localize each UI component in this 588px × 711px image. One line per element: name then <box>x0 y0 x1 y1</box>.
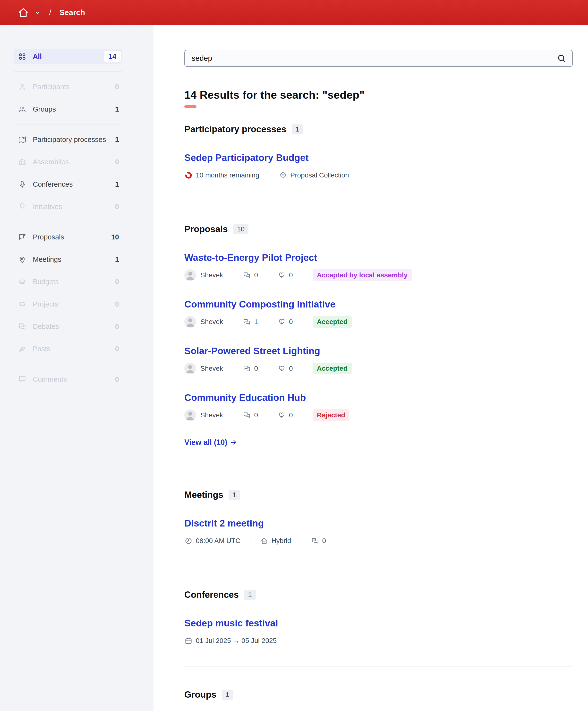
page-title: Search <box>60 8 85 17</box>
meta-divider <box>302 363 303 374</box>
sidebar-item-label: Proposals <box>33 233 105 241</box>
sidebar-item-meetings[interactable]: Meetings 1 <box>14 252 122 267</box>
meeting-time: 08:00 AM UTC <box>196 537 241 545</box>
sidebar-item-assemblies[interactable]: Assemblies 0 <box>14 154 122 169</box>
conference-meta: 01 Jul 2025 → 05 Jul 2025 <box>184 635 573 647</box>
conference-dates: 01 Jul 2025 → 05 Jul 2025 <box>196 637 277 645</box>
avatar <box>184 269 196 281</box>
search-icon[interactable] <box>557 53 566 63</box>
status-badge: Accepted <box>313 316 352 328</box>
sidebar-item-initiatives[interactable]: Initiatives 0 <box>14 199 122 214</box>
clock-icon <box>184 537 193 545</box>
search-results-main: 14 Results for the search: "sedep" Parti… <box>154 50 588 711</box>
process-link[interactable]: Sedep Participatory Budget <box>184 152 309 163</box>
time-remaining-icon <box>184 171 193 179</box>
sidebar-item-projects[interactable]: Projects 0 <box>14 297 122 311</box>
comments-icon <box>311 537 319 545</box>
sidebar-item-count: 1 <box>115 136 119 144</box>
sidebar-item-all[interactable]: All 14 <box>14 49 122 64</box>
sidebar-item-count: 1 <box>115 105 119 113</box>
top-navigation-bar: / Search <box>0 0 588 25</box>
sidebar-item-count: 1 <box>115 256 119 263</box>
breadcrumb-separator: / <box>49 8 51 17</box>
conference-link[interactable]: Sedep music festival <box>184 618 278 629</box>
sidebar-item-participatory-processes[interactable]: Participatory processes 1 <box>14 132 122 147</box>
section-title: Conferences <box>184 590 239 600</box>
author-name: Shevek <box>200 271 223 279</box>
sidebar-item-count: 1 <box>115 180 119 188</box>
microphone-icon <box>18 180 26 189</box>
section-conferences: Conferences 1 <box>184 590 573 600</box>
section-participatory-processes: Participatory processes 1 <box>184 124 573 134</box>
search-filters-sidebar: All 14 Participants 0 Groups 1 Particip <box>0 25 154 711</box>
section-title: Participatory processes <box>184 124 286 134</box>
meeting-link[interactable]: Disctrit 2 meeting <box>184 518 264 529</box>
sidebar-item-count: 14 <box>104 51 121 62</box>
sidebar-item-count: 0 <box>115 300 119 308</box>
sidebar-item-debates[interactable]: Debates 0 <box>14 319 122 334</box>
sidebar-item-label: Initiatives <box>33 203 109 211</box>
sidebar-divider <box>14 124 122 125</box>
coin-icon <box>18 300 26 308</box>
sidebar-item-comments[interactable]: Comments 0 <box>14 372 122 387</box>
comments-icon <box>243 318 251 326</box>
status-badge: Accepted by local assembly <box>313 269 412 281</box>
comments-count: 0 <box>254 365 258 372</box>
process-meta: 10 months remaining Proposal Collection <box>184 169 573 181</box>
bank-icon <box>18 158 26 166</box>
sidebar-divider <box>14 71 122 72</box>
process-step-label: Proposal Collection <box>290 171 349 179</box>
section-title: Groups <box>184 690 217 700</box>
time-remaining-label: 10 months remaining <box>196 171 259 179</box>
arrow-right-icon <box>230 439 237 446</box>
comments-icon <box>243 411 251 419</box>
comments-count: 0 <box>254 411 258 419</box>
author-name: Shevek <box>200 365 223 372</box>
sidebar-item-label: Meetings <box>33 256 109 263</box>
proposal-link[interactable]: Community Education Hub <box>184 392 306 403</box>
section-count-badge: 1 <box>244 590 256 600</box>
sidebar-item-conferences[interactable]: Conferences 1 <box>14 177 122 192</box>
proposal-meta: Shevek 0 0 Accepted by local assembly <box>184 269 573 281</box>
comments-icon <box>243 271 251 279</box>
meta-divider <box>268 316 268 327</box>
sidebar-item-label: Projects <box>33 300 109 308</box>
endorsements-icon <box>278 271 286 279</box>
sidebar-item-count: 0 <box>115 278 119 286</box>
sidebar-item-proposals[interactable]: Proposals 10 <box>14 230 122 244</box>
comments-icon <box>243 364 251 373</box>
meta-divider <box>302 270 303 281</box>
sidebar-item-budgets[interactable]: Budgets 0 <box>14 274 122 289</box>
user-icon <box>18 83 26 91</box>
section-title: Meetings <box>184 490 223 500</box>
home-icon[interactable] <box>18 7 29 19</box>
hybrid-icon <box>260 537 268 545</box>
proposal-meta: Shevek 0 0 Rejected <box>184 409 573 421</box>
proposal-link[interactable]: Solar-Powered Street Lighting <box>184 346 320 357</box>
apps-grid-icon <box>18 52 26 61</box>
sidebar-item-label: Assemblies <box>33 158 109 166</box>
sidebar-item-count: 0 <box>115 323 119 330</box>
sidebar-item-count: 0 <box>115 345 119 353</box>
proposal-meta: Shevek 1 0 Accepted <box>184 316 573 328</box>
sidebar-item-posts[interactable]: Posts 0 <box>14 341 122 357</box>
proposal-link[interactable]: Community Composting Initiative <box>184 299 335 310</box>
meeting-meta: 08:00 AM UTC Hybrid 0 <box>184 535 573 547</box>
comments-count: 0 <box>322 537 326 545</box>
map-icon <box>18 135 26 144</box>
sidebar-item-label: Comments <box>33 375 109 383</box>
sidebar-item-label: Debates <box>33 323 109 330</box>
sidebar-item-groups[interactable]: Groups 1 <box>14 102 122 117</box>
status-badge: Rejected <box>313 409 350 421</box>
sidebar-item-count: 0 <box>115 203 119 211</box>
search-input[interactable] <box>191 54 557 63</box>
map-pin-icon <box>18 255 26 264</box>
chat-plus-icon <box>18 233 26 241</box>
endorsements-count: 0 <box>289 411 293 419</box>
chevron-down-icon[interactable] <box>35 9 41 16</box>
proposal-link[interactable]: Waste-to-Energy Pilot Project <box>184 252 317 263</box>
meta-divider <box>302 410 303 421</box>
chat-double-icon <box>18 322 26 331</box>
view-all-proposals-link[interactable]: View all (10) <box>184 438 237 447</box>
sidebar-item-participants[interactable]: Participants 0 <box>14 79 122 94</box>
